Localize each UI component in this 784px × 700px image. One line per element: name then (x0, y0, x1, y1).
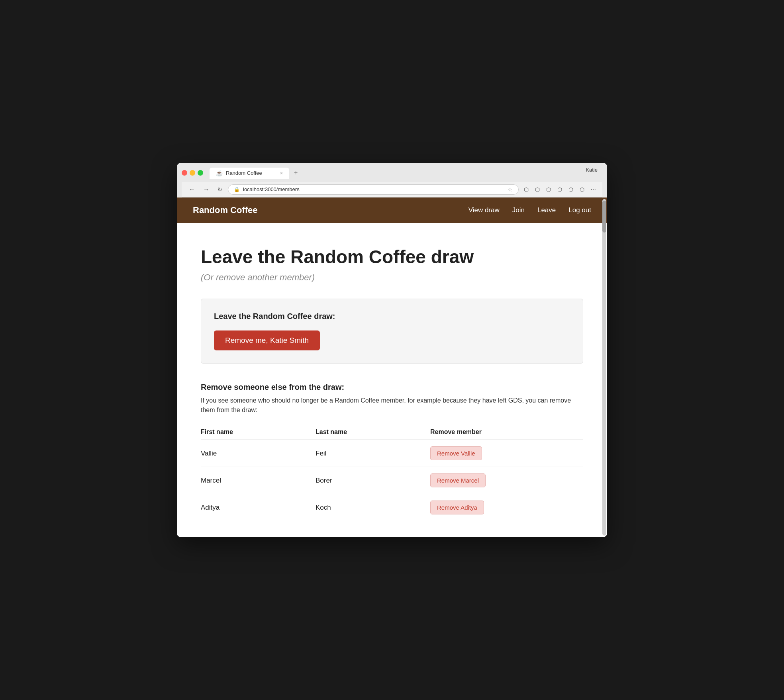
new-tab-button[interactable]: + (289, 167, 302, 179)
address-text: localhost:3000/members (243, 186, 504, 192)
member-first-name: Vallie (201, 440, 316, 467)
remove-vallie-button[interactable]: Remove Vallie (430, 446, 482, 460)
lock-icon: 🔒 (234, 187, 240, 192)
member-first-name: Aditya (201, 494, 316, 521)
minimize-window-dot[interactable] (190, 170, 195, 176)
col-remove-member: Remove member (430, 424, 583, 440)
browser-tabs: ☕ Random Coffee × + (210, 167, 602, 179)
remove-aditya-button[interactable]: Remove Aditya (430, 501, 484, 514)
extension-icon-1[interactable]: ⬡ (533, 185, 542, 194)
window-controls (182, 170, 203, 176)
extension-icon-4[interactable]: ⬡ (578, 185, 586, 194)
browser-toolbar: ← → ↻ 🔒 localhost:3000/members ☆ ⬡ ⬡ ⬡ ⬡… (182, 182, 602, 197)
nav-link-view-draw[interactable]: View draw (468, 206, 500, 214)
more-menu-button[interactable]: ⋯ (589, 185, 598, 194)
table-row: Aditya Koch Remove Aditya (201, 494, 583, 521)
app-brand[interactable]: Random Coffee (193, 205, 468, 215)
extension-icon-3[interactable]: ⬡ (566, 185, 575, 194)
bookmark-icon[interactable]: ☆ (508, 186, 513, 193)
member-last-name: Feil (316, 440, 430, 467)
close-window-dot[interactable] (182, 170, 187, 176)
address-bar[interactable]: 🔒 localhost:3000/members ☆ (228, 184, 519, 195)
tab-favicon: ☕ (216, 170, 223, 176)
members-table-body: Vallie Feil Remove Vallie Marcel Borer R… (201, 440, 583, 521)
members-section: Remove someone else from the draw: If yo… (201, 383, 583, 521)
section-desc: If you see someone who should no longer … (201, 396, 583, 415)
nav-links: View draw Join Leave Log out (468, 206, 591, 214)
self-removal-card: Leave the Random Coffee draw: Remove me,… (201, 299, 583, 364)
active-tab[interactable]: ☕ Random Coffee × (210, 168, 289, 179)
nav-link-log-out[interactable]: Log out (568, 206, 591, 214)
browser-window: ☕ Random Coffee × + Katie ← → ↻ 🔒 localh… (177, 163, 607, 538)
member-first-name: Marcel (201, 467, 316, 494)
pocket-icon[interactable]: ⬡ (555, 185, 564, 194)
table-row: Vallie Feil Remove Vallie (201, 440, 583, 467)
nav-link-leave[interactable]: Leave (537, 206, 556, 214)
col-first-name: First name (201, 424, 316, 440)
remove-member-cell: Remove Vallie (430, 440, 583, 467)
table-row: Marcel Borer Remove Marcel (201, 467, 583, 494)
table-header: First name Last name Remove member (201, 424, 583, 440)
extension-icon-2[interactable]: ⬡ (544, 185, 553, 194)
forward-button[interactable]: → (201, 185, 212, 194)
section-title: Remove someone else from the draw: (201, 383, 583, 392)
tab-title: Random Coffee (226, 170, 262, 176)
browser-action-buttons: ⬡ ⬡ ⬡ ⬡ ⬡ ⬡ ⋯ (522, 185, 598, 194)
maximize-window-dot[interactable] (198, 170, 203, 176)
remove-member-cell: Remove Aditya (430, 494, 583, 521)
browser-chrome: ☕ Random Coffee × + Katie ← → ↻ 🔒 localh… (177, 163, 607, 197)
nav-link-join[interactable]: Join (512, 206, 525, 214)
tab-close-button[interactable]: × (280, 170, 283, 176)
app-nav: Random Coffee View draw Join Leave Log o… (177, 197, 607, 223)
remove-self-button[interactable]: Remove me, Katie Smith (214, 330, 320, 350)
member-last-name: Koch (316, 494, 430, 521)
browser-user-label: Katie (586, 167, 598, 173)
member-last-name: Borer (316, 467, 430, 494)
google-drive-icon[interactable]: ⬡ (522, 185, 531, 194)
card-title: Leave the Random Coffee draw: (214, 312, 570, 321)
back-button[interactable]: ← (186, 185, 198, 194)
page-subtitle: (Or remove another member) (201, 272, 583, 283)
app-content: Random Coffee View draw Join Leave Log o… (177, 197, 607, 538)
col-last-name: Last name (316, 424, 430, 440)
page-title: Leave the Random Coffee draw (201, 247, 583, 267)
main-content: Leave the Random Coffee draw (Or remove … (177, 223, 607, 538)
browser-titlebar: ☕ Random Coffee × + Katie (182, 167, 602, 179)
remove-marcel-button[interactable]: Remove Marcel (430, 473, 486, 487)
remove-member-cell: Remove Marcel (430, 467, 583, 494)
members-table: First name Last name Remove member Valli… (201, 424, 583, 521)
refresh-button[interactable]: ↻ (215, 186, 225, 194)
